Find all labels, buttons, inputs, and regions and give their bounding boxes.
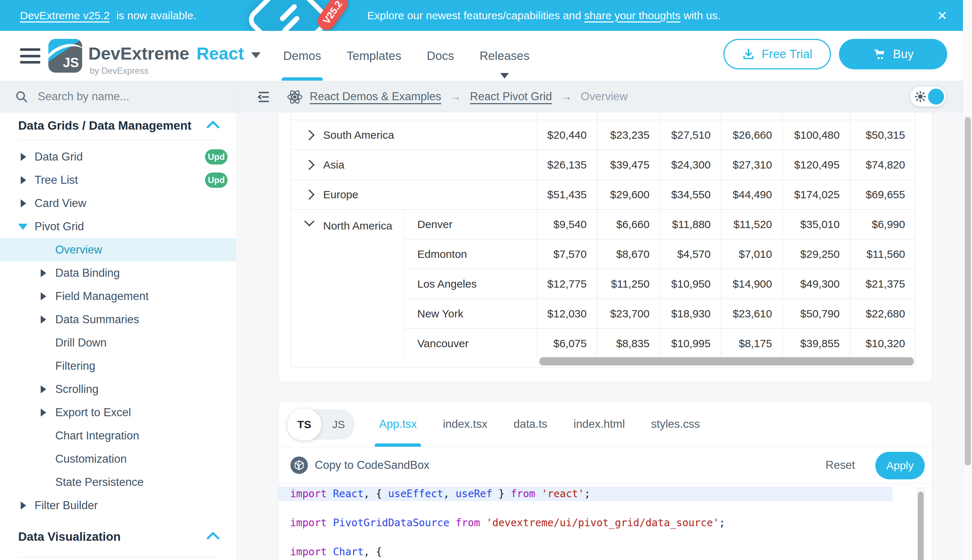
codesandbox-icon[interactable] bbox=[290, 457, 308, 474]
sidebar-item-label: Overview bbox=[55, 243, 102, 257]
nav-item-demos[interactable]: Demos bbox=[283, 31, 321, 81]
sidebar-item-scrolling[interactable]: Scrolling bbox=[0, 378, 236, 401]
sidebar-item-data-binding[interactable]: Data Binding bbox=[0, 262, 236, 285]
tab-app-tsx[interactable]: App.tsx bbox=[379, 402, 417, 447]
platform-name[interactable]: React bbox=[197, 43, 244, 63]
nav-label: Releases bbox=[480, 49, 530, 63]
copy-to-codesandbox-label[interactable]: Copy to CodeSandBox bbox=[315, 447, 429, 483]
horizontal-scrollbar[interactable] bbox=[539, 357, 914, 365]
pivot-row-vancouver[interactable]: Vancouver bbox=[404, 328, 537, 358]
sidebar-item-drill-down[interactable]: Drill Down bbox=[0, 331, 236, 355]
code-token: 'devextreme/ui/pivot_grid/data_source' bbox=[486, 517, 719, 529]
sidebar-item-card-view[interactable]: Card View bbox=[0, 192, 236, 215]
code-token: ; bbox=[584, 488, 591, 500]
sidebar-item-customization[interactable]: Customization bbox=[0, 447, 236, 471]
code-line: import React, { useEffect, useRef } from… bbox=[278, 487, 893, 501]
free-trial-button[interactable]: Free Trial bbox=[723, 39, 831, 69]
sidebar-item-label: Tree List bbox=[35, 173, 78, 187]
main-header: JS DevExtreme React by DevExpress DemosT… bbox=[0, 31, 972, 81]
pivot-data-cell: $39,475 bbox=[597, 150, 660, 179]
code-token: import bbox=[290, 546, 327, 558]
code-token: React bbox=[327, 488, 363, 500]
sidebar-item-export-to-excel[interactable]: Export to Excel bbox=[0, 401, 236, 424]
sidebar-item-pivot-grid[interactable]: Pivot Grid bbox=[0, 215, 236, 238]
sidebar-item-state-persistence[interactable]: State Persistence bbox=[0, 471, 236, 494]
sidebar-item-data-grid[interactable]: Data GridUpd bbox=[0, 145, 236, 168]
pivot-data-cell: $27,510 bbox=[660, 120, 721, 150]
sidebar-item-data-summaries[interactable]: Data Summaries bbox=[0, 308, 236, 331]
devextreme-js-logo[interactable]: JS bbox=[49, 39, 82, 73]
chevron-up-icon bbox=[206, 532, 220, 545]
collapse-sidebar-icon[interactable] bbox=[256, 89, 271, 106]
close-icon[interactable]: ✕ bbox=[931, 0, 953, 31]
sidebar-item-label: Data Grid bbox=[35, 150, 83, 163]
sidebar-item-overview[interactable]: Overview bbox=[0, 238, 236, 262]
pivot-row-europe[interactable]: Europe bbox=[291, 179, 537, 209]
code-scrollbar[interactable] bbox=[918, 492, 923, 560]
pivot-data-cell: $50,315 bbox=[850, 120, 915, 150]
language-toggle-js[interactable]: JS bbox=[332, 410, 345, 439]
reset-button[interactable]: Reset bbox=[825, 447, 855, 483]
tab-index-tsx[interactable]: index.tsx bbox=[443, 402, 487, 447]
pivot-clipped-cell bbox=[537, 113, 597, 120]
cart-icon bbox=[873, 47, 887, 61]
sidebar-item-filter-builder[interactable]: Filter Builder bbox=[0, 494, 236, 517]
sidebar-section-data-visualization[interactable]: Data Visualization bbox=[18, 527, 218, 547]
breadcrumb-item-react-demos-examples[interactable]: React Demos & Examples bbox=[310, 90, 441, 103]
pivot-data-cell: $49,300 bbox=[782, 269, 850, 298]
pivot-data-cell: $10,995 bbox=[660, 328, 721, 358]
pivot-data-cell: $50,790 bbox=[782, 298, 850, 328]
apply-button[interactable]: Apply bbox=[875, 452, 925, 479]
theme-toggle[interactable] bbox=[910, 87, 946, 107]
nav-item-docs[interactable]: Docs bbox=[427, 31, 454, 81]
buy-button[interactable]: Buy bbox=[839, 39, 947, 69]
language-toggle[interactable]: TS JS bbox=[288, 410, 355, 440]
expand-arrow-icon bbox=[41, 292, 46, 300]
sidebar-item-label: Filtering bbox=[55, 360, 95, 373]
pivot-row-edmonton[interactable]: Edmonton bbox=[404, 239, 537, 269]
sidebar-item-label: Pivot Grid bbox=[35, 220, 84, 233]
nav-item-templates[interactable]: Templates bbox=[347, 31, 401, 81]
pivot-clipped-cell bbox=[721, 113, 782, 120]
tab-index-html[interactable]: index.html bbox=[574, 402, 625, 447]
sidebar-section-data-grids[interactable]: Data Grids / Data Management bbox=[18, 115, 218, 136]
pivot-row-asia[interactable]: Asia bbox=[291, 150, 537, 179]
breadcrumb-item-react-pivot-grid[interactable]: React Pivot Grid bbox=[470, 90, 552, 103]
pivot-row-new-york[interactable]: New York bbox=[404, 298, 537, 328]
pivot-row-north-america[interactable]: North America bbox=[291, 209, 404, 358]
main-nav: DemosTemplatesDocsReleases bbox=[283, 31, 530, 81]
expand-arrow-icon bbox=[41, 269, 46, 277]
pivot-data-cell: $10,950 bbox=[660, 269, 721, 298]
pivot-data-cell: $174,025 bbox=[782, 179, 850, 209]
nav-item-releases[interactable]: Releases bbox=[480, 31, 530, 81]
sidebar-item-label: Scrolling bbox=[55, 383, 99, 396]
language-toggle-ts[interactable]: TS bbox=[287, 408, 322, 441]
search-input[interactable] bbox=[37, 90, 213, 103]
share-thoughts-link[interactable]: share your thoughts bbox=[584, 10, 681, 22]
breadcrumb: React Demos & Examples→React Pivot Grid→… bbox=[310, 81, 628, 113]
tab-styles-css[interactable]: styles.css bbox=[651, 402, 700, 447]
pivot-data-cell: $23,700 bbox=[597, 298, 660, 328]
pivot-data-cell: $23,610 bbox=[721, 298, 782, 328]
chevron-down-icon[interactable] bbox=[251, 52, 261, 58]
code-token: ; bbox=[719, 517, 725, 529]
toolbar: React Demos & Examples→React Pivot Grid→… bbox=[0, 81, 972, 113]
sidebar-item-chart-integration[interactable]: Chart Integration bbox=[0, 424, 236, 447]
sidebar-item-filtering[interactable]: Filtering bbox=[0, 355, 236, 378]
tab-data-ts[interactable]: data.ts bbox=[514, 402, 547, 447]
banner-version-link[interactable]: DevExtreme v25.2 bbox=[20, 10, 110, 22]
sidebar-item-tree-list[interactable]: Tree ListUpd bbox=[0, 168, 236, 192]
pivot-row-los-angeles[interactable]: Los Angeles bbox=[404, 269, 537, 298]
pivot-row-denver[interactable]: Denver bbox=[404, 209, 537, 239]
pivot-data-cell: $29,600 bbox=[597, 179, 660, 209]
chevron-right-icon bbox=[304, 160, 315, 170]
updated-badge: Upd bbox=[205, 149, 228, 165]
pivot-row-south-america[interactable]: South America bbox=[291, 120, 537, 150]
file-tabs: App.tsxindex.tsxdata.tsindex.htmlstyles.… bbox=[379, 402, 700, 447]
sidebar-item-field-management[interactable]: Field Management bbox=[0, 285, 236, 308]
expand-arrow-icon bbox=[41, 385, 46, 393]
hamburger-menu-icon[interactable] bbox=[20, 48, 40, 63]
page-scrollbar[interactable] bbox=[965, 117, 971, 466]
collapse-arrow-icon bbox=[18, 224, 28, 230]
code-token: , { bbox=[363, 546, 382, 558]
